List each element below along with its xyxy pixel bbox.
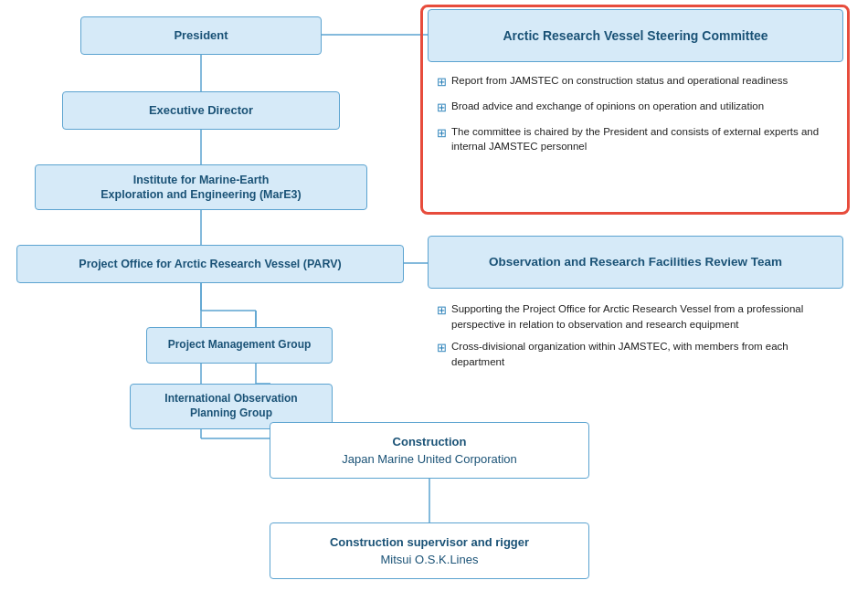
bullet-icon-4: ⊞ bbox=[437, 302, 447, 320]
arctic-info-item-1: ⊞ Report from JAMSTEC on construction st… bbox=[437, 73, 830, 91]
supervisor-label: Construction supervisor and riggerMitsui… bbox=[330, 533, 529, 569]
construction-label: ConstructionJapan Marine United Corporat… bbox=[342, 433, 517, 469]
pmg-box: Project Management Group bbox=[146, 327, 333, 364]
arctic-info-item-2: ⊞ Broad advice and exchange of opinions … bbox=[437, 99, 830, 117]
pmg-label: Project Management Group bbox=[168, 338, 312, 353]
construction-title: Construction bbox=[393, 435, 467, 448]
supervisor-title: Construction supervisor and rigger bbox=[330, 535, 529, 549]
diagram: President Executive Director Institute f… bbox=[0, 0, 868, 612]
executive-director-label: Executive Director bbox=[149, 103, 253, 119]
supervisor-box: Construction supervisor and riggerMitsui… bbox=[270, 522, 589, 579]
institute-box: Institute for Marine-EarthExploration an… bbox=[35, 164, 367, 210]
bullet-icon-1: ⊞ bbox=[437, 74, 447, 91]
parv-label: Project Office for Arctic Research Vesse… bbox=[79, 257, 341, 271]
arctic-info-text-2: Broad advice and exchange of opinions on… bbox=[451, 99, 764, 114]
arctic-info-item-3: ⊞ The committee is chaired by the Presid… bbox=[437, 124, 830, 154]
bullet-icon-3: ⊞ bbox=[437, 125, 447, 142]
parv-box: Project Office for Arctic Research Vesse… bbox=[16, 245, 404, 283]
arctic-info: ⊞ Report from JAMSTEC on construction st… bbox=[437, 73, 830, 162]
arctic-info-text-1: Report from JAMSTEC on construction stat… bbox=[451, 73, 788, 89]
president-label: President bbox=[174, 28, 228, 44]
institute-label: Institute for Marine-EarthExploration an… bbox=[101, 173, 301, 203]
construction-box: ConstructionJapan Marine United Corporat… bbox=[270, 422, 589, 479]
bullet-icon-2: ⊞ bbox=[437, 100, 447, 117]
president-box: President bbox=[80, 16, 322, 55]
construction-company: Japan Marine United Corporation bbox=[342, 452, 517, 466]
bullet-icon-5: ⊞ bbox=[437, 340, 447, 357]
arctic-info-text-3: The committee is chaired by the Presiden… bbox=[451, 124, 830, 154]
executive-director-box: Executive Director bbox=[62, 91, 340, 130]
orf-team-label: Observation and Research Facilities Revi… bbox=[489, 254, 782, 270]
orf-team-box: Observation and Research Facilities Revi… bbox=[428, 236, 843, 289]
supervisor-company: Mitsui O.S.K.Lines bbox=[381, 553, 479, 566]
orf-info-item-2: ⊞ Cross-divisional organization within J… bbox=[437, 339, 830, 369]
orf-info: ⊞ Supporting the Project Office for Arct… bbox=[437, 301, 830, 377]
iopg-label: International ObservationPlanning Group bbox=[164, 392, 297, 420]
orf-info-text-2: Cross-divisional organization within JAM… bbox=[451, 339, 830, 369]
orf-info-text-1: Supporting the Project Office for Arctic… bbox=[451, 301, 830, 332]
orf-info-item-1: ⊞ Supporting the Project Office for Arct… bbox=[437, 301, 830, 332]
